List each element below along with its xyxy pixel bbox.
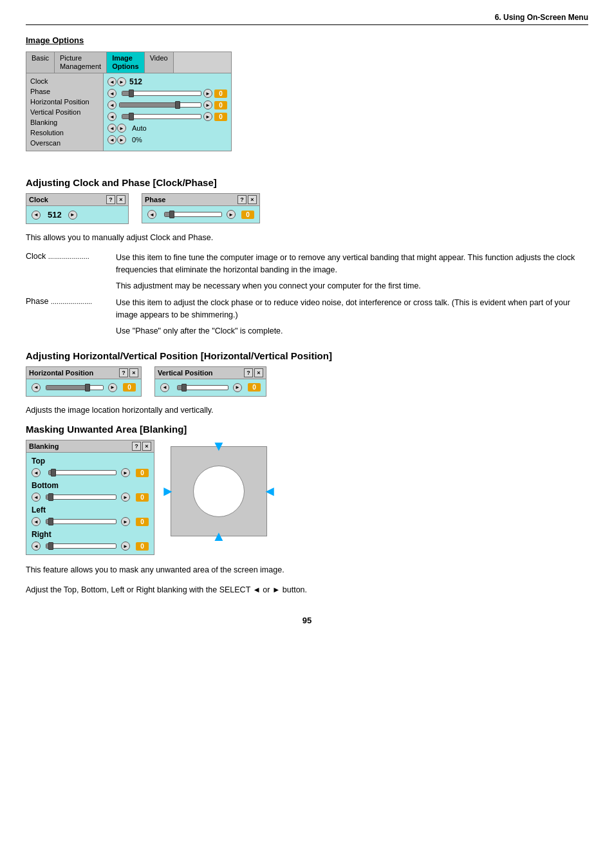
vert-value-badge: 0	[214, 113, 227, 121]
right-dec[interactable]: ◄	[32, 542, 41, 551]
phase-help-icon[interactable]: ?	[237, 195, 247, 204]
horiz-dialog-thumb	[85, 384, 90, 392]
clock-help-icon[interactable]: ?	[106, 195, 115, 204]
clock-desc-row: Clock ..................... Use this ite…	[26, 252, 588, 276]
vert-dialog-dec[interactable]: ◄	[160, 383, 169, 392]
bottom-thumb	[48, 493, 53, 501]
page-number: 95	[302, 616, 312, 625]
top-dec[interactable]: ◄	[32, 468, 41, 477]
clock-dialog-icons: ? ×	[106, 195, 126, 204]
blanking-bottom-label: Bottom	[32, 478, 149, 491]
phase-desc-sub: Use "Phase" only after the "Clock" is co…	[26, 325, 588, 337]
blanking-desc2: Adjust the Top, Bottom, Left or Right bl…	[26, 584, 588, 596]
clock-phase-intro: This allows you to manually adjust Clock…	[26, 232, 588, 244]
blanking-top-row: ◄ ► 0	[32, 467, 149, 478]
clock-dialog-inc[interactable]: ►	[68, 211, 77, 220]
arrow-bottom-icon: ▲	[212, 528, 226, 545]
clock-adj-icons: ◄ ►	[107, 77, 127, 86]
vert-dialog-content: ◄ ► 0	[155, 379, 266, 396]
vert-help-icon[interactable]: ?	[244, 368, 253, 377]
vert-dialog-icons: ? ×	[244, 368, 263, 377]
blanking-dialog-title: Blanking	[29, 442, 59, 450]
blanking-close-icon[interactable]: ×	[142, 442, 151, 451]
right-inc[interactable]: ►	[121, 542, 130, 551]
clock-phase-section: Adjusting Clock and Phase [Clock/Phase] …	[26, 177, 588, 337]
horiz-dialog-titlebar: Horizontal Position ? ×	[26, 367, 141, 379]
tab-basic[interactable]: Basic	[26, 52, 55, 73]
phase-dialog-dec[interactable]: ◄	[147, 210, 156, 219]
header-title: 6. Using On-Screen Menu	[495, 13, 588, 22]
blanking-left-row: ◄ ► 0	[32, 516, 149, 527]
clock-phase-title: Adjusting Clock and Phase [Clock/Phase]	[26, 177, 588, 188]
phase-dialog-adj: ◄	[147, 210, 157, 219]
osd-horiz-row: ◄ ► 0	[107, 99, 227, 111]
blanking-help-icon[interactable]: ?	[132, 442, 141, 451]
diagram-circle	[193, 466, 245, 517]
horiz-inc-icon: ►	[203, 100, 212, 109]
bottom-dec[interactable]: ◄	[32, 493, 41, 502]
osd-resolution-row: ◄ ► Auto	[107, 122, 227, 134]
tab-video[interactable]: Video	[145, 52, 174, 73]
left-inc[interactable]: ►	[121, 517, 130, 526]
arrow-left-icon: ►	[161, 483, 175, 500]
horiz-vert-section: Adjusting Horizontal/Vertical Position […	[26, 350, 588, 417]
top-inc[interactable]: ►	[121, 468, 130, 477]
resolution-value: Auto	[132, 124, 147, 132]
osd-menu-right: ◄ ► 512 ◄ ► 0	[104, 73, 231, 151]
horiz-dialog-icons: ? ×	[119, 368, 138, 377]
top-slider	[48, 470, 116, 475]
clock-inc-icon: ►	[117, 77, 126, 86]
clock-dialog-content: ◄ 512 ►	[26, 206, 128, 223]
horiz-dialog-title: Horizontal Position	[29, 369, 93, 377]
osd-menu: Basic PictureManagement ImageOptions Vid…	[26, 52, 232, 151]
vert-close-icon[interactable]: ×	[254, 368, 263, 377]
horiz-close-icon[interactable]: ×	[129, 368, 138, 377]
horiz-value-badge: 0	[214, 101, 227, 109]
tab-image-options[interactable]: ImageOptions	[107, 52, 145, 73]
vert-dialog-inc[interactable]: ►	[233, 383, 242, 392]
vert-dec-icon: ◄	[107, 112, 116, 121]
left-slider	[46, 519, 116, 524]
phase-close-icon[interactable]: ×	[248, 195, 257, 204]
horiz-dialog: Horizontal Position ? × ◄ ► 0	[26, 366, 142, 397]
bottom-slider	[46, 495, 116, 500]
vert-dialog-thumb	[181, 384, 187, 392]
horiz-dialog-inc[interactable]: ►	[108, 383, 117, 392]
top-thumb	[51, 469, 56, 476]
res-dec-icon: ◄	[107, 124, 116, 133]
blanking-right-label: Right	[32, 527, 149, 540]
phase-desc-text: Use this item to adjust the clock phase …	[116, 297, 588, 321]
horiz-help-icon[interactable]: ?	[119, 368, 128, 377]
horiz-dialog-fill	[46, 386, 86, 390]
clock-desc-label: Clock .....................	[26, 252, 116, 276]
page-footer: 95	[26, 616, 588, 625]
phase-dialog-inc[interactable]: ►	[227, 210, 236, 219]
phase-desc-label: Phase .....................	[26, 297, 116, 321]
menu-item-horiz: Horizontal Position	[30, 97, 99, 107]
osd-menu-left: Clock Phase Horizontal Position Vertical…	[26, 73, 104, 151]
vert-dialog-slider	[177, 385, 228, 390]
tab-picture[interactable]: PictureManagement	[55, 52, 107, 73]
clock-dialog-value: 512	[48, 210, 62, 220]
left-dec[interactable]: ◄	[32, 517, 41, 526]
resolution-adj-icons: ◄ ►	[107, 124, 127, 133]
blanking-bottom-row: ◄ ► 0	[32, 491, 149, 503]
clock-desc-table: Clock ..................... Use this ite…	[26, 252, 588, 337]
phase-dialog-titlebar: Phase ? ×	[142, 194, 259, 206]
vert-slider	[122, 114, 201, 119]
phase-dialog-title: Phase	[145, 196, 165, 203]
top-value: 0	[136, 469, 149, 477]
right-value: 0	[136, 542, 149, 551]
phase-dec-icon: ◄	[107, 89, 116, 98]
vert-dialog-titlebar: Vertical Position ? ×	[155, 367, 266, 379]
phase-dialog-value-badge: 0	[241, 211, 254, 219]
ovs-dec-icon: ◄	[107, 135, 116, 144]
blanking-desc1: This feature allows you to mask any unwa…	[26, 564, 588, 576]
horiz-dialog-row: ◄ ► 0	[32, 382, 136, 393]
horiz-dialog-dec[interactable]: ◄	[32, 383, 41, 392]
bottom-inc[interactable]: ►	[121, 493, 130, 502]
arrow-right-icon: ◄	[263, 483, 277, 500]
clock-close-icon[interactable]: ×	[116, 195, 126, 204]
overscan-adj-icons: ◄ ►	[107, 135, 127, 144]
clock-dialog-dec[interactable]: ◄	[32, 211, 41, 220]
